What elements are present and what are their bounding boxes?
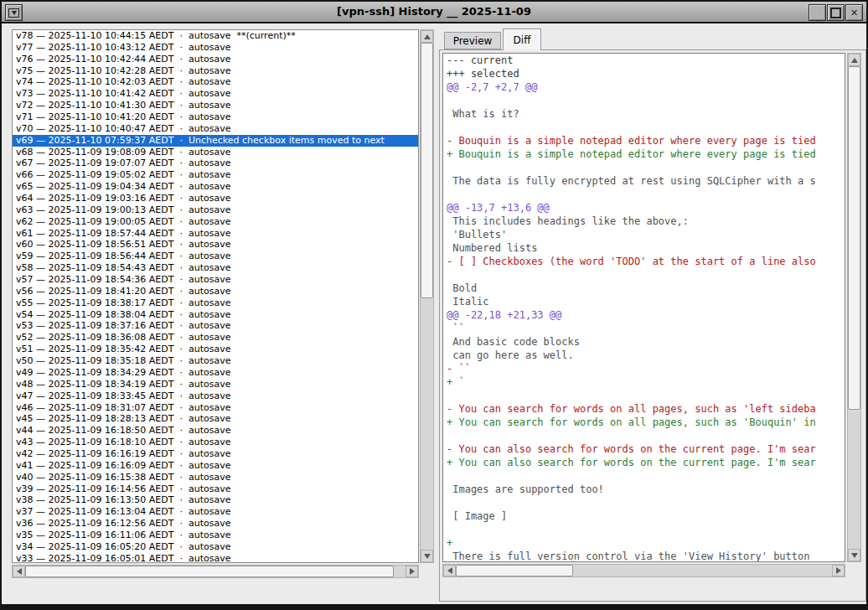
diff-line: `` [443, 322, 845, 335]
scroll-up-icon [851, 58, 858, 63]
list-item[interactable]: v35 — 2025-11-09 16:11:06 AEDT · autosav… [13, 530, 418, 541]
diff-line [443, 94, 845, 107]
list-item[interactable]: v77 — 2025-11-10 10:43:12 AEDT · autosav… [13, 42, 418, 54]
list-item[interactable]: v67 — 2025-11-09 19:07:07 AEDT · autosav… [13, 158, 418, 169]
list-scroll-down-button[interactable] [421, 550, 433, 562]
list-item[interactable]: v53 — 2025-11-09 18:37:16 AEDT · autosav… [13, 320, 418, 332]
list-item[interactable]: v55 — 2025-11-09 18:38:17 AEDT · autosav… [13, 297, 418, 309]
list-item[interactable]: v65 — 2025-11-09 19:04:34 AEDT · autosav… [13, 181, 418, 193]
diff-line: @@ -2,7 +2,7 @@ [443, 80, 845, 94]
list-item[interactable]: v43 — 2025-11-09 16:18:10 AEDT · autosav… [13, 437, 418, 448]
list-item[interactable]: v38 — 2025-11-09 16:13:50 AEDT · autosav… [13, 494, 418, 506]
scroll-up-icon [424, 34, 431, 39]
diff-line: [ Image ] [443, 509, 845, 523]
diff-vscroll-thumb[interactable] [848, 66, 860, 410]
list-item[interactable]: v73 — 2025-11-10 10:41:42 AEDT · autosav… [13, 88, 418, 100]
list-hscroll-thumb[interactable] [25, 566, 394, 577]
diff-line: The data is fully encrypted at rest usin… [443, 174, 845, 188]
window-titlebar[interactable]: [vpn-ssh] History __ 2025-11-09 ✕ [2, 2, 866, 23]
list-item[interactable]: v37 — 2025-11-09 16:13:04 AEDT · autosav… [13, 506, 418, 518]
list-item[interactable]: v78 — 2025-11-10 10:44:15 AEDT · autosav… [13, 30, 418, 42]
tab-preview[interactable]: Preview [444, 32, 501, 49]
list-item[interactable]: v44 — 2025-11-09 16:18:50 AEDT · autosav… [13, 425, 418, 437]
diff-line: - Bouquin is a simple notepad editor whe… [443, 134, 845, 147]
list-item[interactable]: v49 — 2025-11-09 18:34:29 AEDT · autosav… [13, 367, 418, 379]
list-item[interactable]: v45 — 2025-11-09 18:28:13 AEDT · autosav… [13, 413, 418, 425]
list-scroll-left-button[interactable] [13, 566, 25, 577]
list-item[interactable]: v60 — 2025-11-09 18:56:51 AEDT · autosav… [13, 239, 418, 251]
diff-line: - [ ] Checkboxes (the word 'TODO' at the… [443, 255, 845, 268]
list-item[interactable]: v46 — 2025-11-09 18:31:07 AEDT · autosav… [13, 402, 418, 414]
diff-scroll-right-button[interactable] [832, 565, 845, 576]
list-item[interactable]: v59 — 2025-11-09 18:56:44 AEDT · autosav… [13, 251, 418, 262]
list-item[interactable]: v74 — 2025-11-10 10:42:03 AEDT · autosav… [13, 76, 418, 88]
list-horizontal-scrollbar[interactable] [12, 565, 419, 578]
diff-line: What is it? [443, 107, 845, 121]
list-item[interactable]: v48 — 2025-11-09 18:34:19 AEDT · autosav… [13, 379, 418, 390]
scroll-left-icon [17, 568, 22, 575]
list-item[interactable]: v52 — 2025-11-09 18:36:08 AEDT · autosav… [13, 332, 418, 344]
diff-horizontal-scrollbar[interactable] [442, 564, 845, 577]
list-item[interactable]: v42 — 2025-11-09 16:16:19 AEDT · autosav… [13, 448, 418, 460]
maximize-button[interactable] [827, 4, 845, 21]
diff-scroll-left-button[interactable] [443, 565, 456, 576]
list-item[interactable]: v58 — 2025-11-09 18:54:43 AEDT · autosav… [13, 262, 418, 274]
version-listbox[interactable]: v78 — 2025-11-10 10:44:15 AEDT · autosav… [12, 29, 419, 563]
list-item[interactable]: v39 — 2025-11-09 16:14:56 AEDT · autosav… [13, 483, 418, 495]
list-item[interactable]: v34 — 2025-11-09 16:05:20 AEDT · autosav… [13, 541, 418, 553]
list-item[interactable]: v33 — 2025-11-09 16:05:01 AEDT · autosav… [13, 553, 418, 563]
list-item[interactable]: v50 — 2025-11-09 18:35:18 AEDT · autosav… [13, 355, 418, 367]
diff-text-area[interactable]: --- current+++ selected@@ -2,7 +2,7 @@ W… [442, 53, 845, 562]
diff-line [443, 469, 845, 483]
diff-line: 'Bullets' [443, 228, 845, 241]
history-window: [vpn-ssh] History __ 2025-11-09 ✕ v78 — … [0, 0, 868, 610]
diff-hscroll-thumb[interactable] [456, 565, 573, 576]
list-vertical-scrollbar[interactable] [420, 29, 434, 563]
shade-button[interactable] [809, 4, 826, 21]
list-item[interactable]: v62 — 2025-11-09 19:00:05 AEDT · autosav… [13, 216, 418, 228]
diff-line: This includes headings like the above,: [443, 215, 845, 228]
list-item[interactable]: v64 — 2025-11-09 19:03:16 AEDT · autosav… [13, 193, 418, 204]
diff-line [443, 188, 845, 201]
list-item[interactable]: v63 — 2025-11-09 19:00:13 AEDT · autosav… [13, 204, 418, 216]
list-item[interactable]: v41 — 2025-11-09 16:16:09 AEDT · autosav… [13, 460, 418, 472]
diff-line: Numbered lists [443, 241, 845, 255]
diff-line: And basic code blocks [443, 335, 845, 349]
list-item[interactable]: v69 — 2025-11-10 07:59:37 AEDT · Uncheck… [13, 135, 418, 147]
list-item[interactable]: v47 — 2025-11-09 18:33:45 AEDT · autosav… [13, 390, 418, 402]
diff-line: @@ -13,7 +13,6 @@ [443, 201, 845, 215]
list-item[interactable]: v56 — 2025-11-09 18:41:20 AEDT · autosav… [13, 286, 418, 297]
diff-line: +++ selected [443, 67, 845, 80]
list-item[interactable]: v40 — 2025-11-09 16:15:38 AEDT · autosav… [13, 472, 418, 483]
list-item[interactable]: v72 — 2025-11-10 10:41:30 AEDT · autosav… [13, 100, 418, 111]
list-item[interactable]: v54 — 2025-11-09 18:38:04 AEDT · autosav… [13, 309, 418, 321]
close-window-button[interactable]: ✕ [845, 4, 863, 21]
window-title: [vpn-ssh] History __ 2025-11-09 [2, 5, 866, 18]
window-content: v78 — 2025-11-10 10:44:15 AEDT · autosav… [2, 23, 866, 604]
diff-line [443, 496, 845, 509]
diff-scroll-up-button[interactable] [848, 54, 860, 66]
list-item[interactable]: v70 — 2025-11-10 10:40:47 AEDT · autosav… [13, 123, 418, 135]
list-item[interactable]: v76 — 2025-11-10 10:42:44 AEDT · autosav… [13, 54, 418, 65]
list-scroll-up-button[interactable] [421, 30, 433, 43]
diff-line: Italic [443, 295, 845, 308]
list-item[interactable]: v66 — 2025-11-09 19:05:02 AEDT · autosav… [13, 169, 418, 181]
preview-diff-panel: Preview Diff --- current+++ selected@@ -… [439, 28, 866, 602]
list-item[interactable]: v68 — 2025-11-09 19:08:09 AEDT · autosav… [13, 147, 418, 158]
list-item[interactable]: v36 — 2025-11-09 16:12:56 AEDT · autosav… [13, 518, 418, 530]
list-item[interactable]: v61 — 2025-11-09 18:57:44 AEDT · autosav… [13, 228, 418, 240]
list-vscroll-thumb[interactable] [421, 43, 433, 298]
diff-line: - You can search for words on all pages,… [443, 402, 845, 416]
diff-line [443, 429, 845, 442]
list-item[interactable]: v75 — 2025-11-10 10:42:28 AEDT · autosav… [13, 65, 418, 77]
list-item[interactable]: v71 — 2025-11-10 10:41:20 AEDT · autosav… [13, 111, 418, 123]
list-scroll-right-button[interactable] [406, 566, 418, 577]
diff-line: --- current [443, 54, 845, 67]
list-item[interactable]: v57 — 2025-11-09 18:54:36 AEDT · autosav… [13, 274, 418, 286]
diff-scroll-down-button[interactable] [848, 549, 860, 561]
diff-line [443, 389, 845, 402]
scroll-left-icon [447, 567, 452, 574]
list-item[interactable]: v51 — 2025-11-09 18:35:42 AEDT · autosav… [13, 344, 418, 355]
diff-vertical-scrollbar[interactable] [847, 53, 861, 562]
tab-diff[interactable]: Diff [503, 28, 541, 50]
